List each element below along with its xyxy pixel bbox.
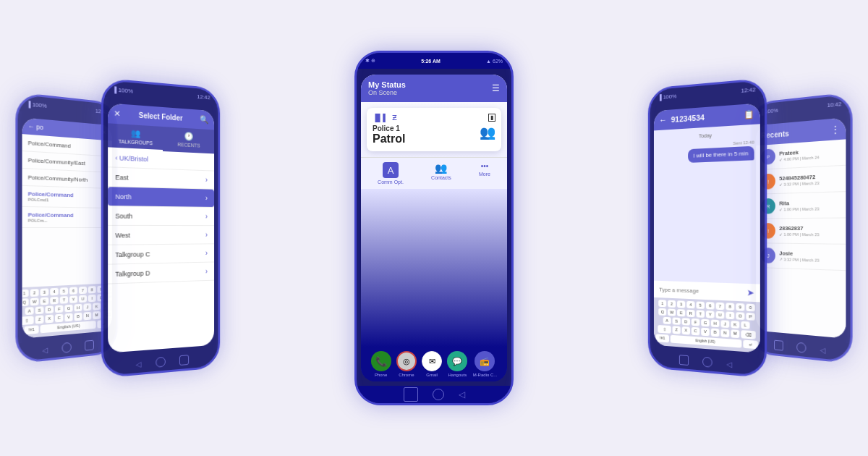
key[interactable]: D: [45, 305, 54, 313]
key[interactable]: I: [88, 295, 96, 302]
back-nav-icon[interactable]: ◁: [459, 389, 465, 400]
list-item[interactable]: Police/CommandPOLCmd1 ›: [22, 186, 112, 208]
key[interactable]: Y: [69, 295, 77, 303]
key[interactable]: T: [60, 296, 68, 304]
list-item[interactable]: East ›: [108, 167, 214, 189]
key[interactable]: Y: [706, 311, 715, 318]
recents-nav-icon[interactable]: [85, 340, 94, 351]
key[interactable]: G: [64, 305, 72, 313]
shift-key[interactable]: ⇧: [22, 316, 34, 325]
more-icon[interactable]: ⋮: [830, 123, 840, 135]
key[interactable]: H: [74, 304, 82, 312]
key[interactable]: F: [692, 318, 699, 326]
key[interactable]: N: [720, 329, 729, 337]
recent-item-524[interactable]: ! 524845280472 ↙ 3:32 PM | March 23: [756, 166, 846, 195]
key[interactable]: L: [741, 321, 749, 329]
dock-chrome[interactable]: ◎ Chrome: [396, 351, 417, 377]
key[interactable]: 6: [69, 287, 77, 295]
key[interactable]: W: [668, 308, 676, 316]
key[interactable]: 1: [22, 290, 29, 297]
message-input[interactable]: [659, 286, 744, 296]
list-item[interactable]: Talkgroup C ›: [108, 244, 214, 264]
shift-key[interactable]: ⇧: [658, 325, 671, 334]
back-nav-icon[interactable]: ◁: [726, 360, 732, 368]
home-nav-icon[interactable]: [702, 357, 712, 368]
key[interactable]: T: [697, 310, 705, 318]
list-item[interactable]: West ›: [108, 226, 214, 245]
recents-nav-icon[interactable]: [679, 355, 689, 366]
tab-recents[interactable]: 🕐 RECENTS: [163, 127, 214, 153]
key[interactable]: V: [64, 313, 72, 322]
list-item[interactable]: Police/CommandPOLCm... ›: [22, 207, 112, 228]
key[interactable]: I: [726, 311, 734, 319]
key[interactable]: G: [701, 319, 710, 327]
key[interactable]: M: [731, 329, 739, 338]
key[interactable]: U: [716, 311, 725, 319]
key[interactable]: M: [93, 311, 101, 320]
dock-phone[interactable]: 📞 Phone: [371, 351, 391, 377]
key[interactable]: R: [50, 297, 59, 305]
key[interactable]: B: [711, 328, 720, 337]
tab-talkgroups[interactable]: 👥 TALKGROUPS: [108, 123, 163, 151]
recents-nav-icon[interactable]: [774, 340, 783, 351]
search-icon[interactable]: 🔍: [200, 115, 209, 125]
key[interactable]: J: [720, 320, 729, 328]
more-button[interactable]: ••• More: [479, 162, 490, 185]
list-item[interactable]: South ›: [108, 206, 214, 226]
key[interactable]: Q: [22, 298, 29, 306]
key[interactable]: H: [711, 319, 720, 327]
dock-gmail[interactable]: ✉ Gmail: [422, 351, 442, 377]
key[interactable]: J: [83, 303, 91, 311]
symbols-key[interactable]: !#1: [656, 334, 669, 342]
recents-nav-icon[interactable]: [179, 355, 189, 366]
key[interactable]: 7: [79, 287, 87, 294]
home-nav-icon[interactable]: [433, 389, 444, 400]
key[interactable]: Z: [673, 326, 681, 334]
key[interactable]: O: [736, 312, 744, 320]
key[interactable]: V: [701, 328, 710, 337]
close-folder-icon[interactable]: ✕: [114, 109, 120, 119]
list-item[interactable]: Talkgroup D ›: [108, 262, 214, 284]
home-nav-icon[interactable]: [796, 342, 806, 353]
recent-item-rita[interactable]: R Rita ↙ 1:00 PM | March 23: [756, 192, 846, 219]
key[interactable]: 5: [60, 287, 68, 295]
key[interactable]: 9: [736, 303, 744, 311]
key[interactable]: W: [30, 297, 39, 305]
key[interactable]: 6: [706, 302, 715, 310]
key[interactable]: 8: [88, 286, 96, 293]
key[interactable]: Z: [35, 315, 44, 324]
key[interactable]: C: [55, 314, 63, 323]
key[interactable]: 7: [716, 303, 725, 311]
key[interactable]: A: [663, 317, 671, 324]
key[interactable]: P: [746, 313, 754, 321]
key[interactable]: K: [93, 303, 101, 310]
recent-item-josie[interactable]: J Josie ↗ 3:32 PM | March 23: [756, 243, 846, 271]
symbols-key[interactable]: !#1: [25, 325, 39, 334]
talkgroup-card[interactable]: ▐▌▌ Ƶ Police 1 Patrol ▮ 👥: [367, 108, 501, 151]
key[interactable]: A: [25, 307, 34, 315]
key[interactable]: X: [682, 326, 690, 335]
key[interactable]: S: [673, 317, 681, 324]
key[interactable]: K: [731, 321, 739, 329]
key[interactable]: E: [677, 309, 685, 316]
comm-opt-button[interactable]: A Comm Opt.: [378, 162, 404, 185]
key[interactable]: X: [45, 314, 54, 323]
enter-key[interactable]: ↵: [743, 340, 757, 350]
key[interactable]: 3: [41, 288, 49, 296]
key[interactable]: 8: [726, 303, 734, 311]
chat-menu-icon[interactable]: 📋: [744, 109, 754, 119]
key[interactable]: 1: [658, 300, 666, 307]
key[interactable]: R: [686, 310, 694, 318]
back-nav-icon[interactable]: ◁: [136, 360, 142, 368]
send-button[interactable]: ➤: [746, 287, 754, 298]
key[interactable]: 4: [50, 288, 59, 296]
backspace-key[interactable]: ⌫: [741, 330, 755, 339]
key[interactable]: 2: [30, 289, 39, 297]
key[interactable]: Q: [658, 308, 666, 316]
key[interactable]: U: [79, 295, 87, 303]
recents-nav-icon[interactable]: [404, 387, 418, 402]
key[interactable]: 3: [677, 300, 685, 308]
key[interactable]: E: [41, 297, 49, 305]
key[interactable]: 2: [668, 300, 676, 308]
back-far-left[interactable]: ← po: [28, 122, 43, 131]
